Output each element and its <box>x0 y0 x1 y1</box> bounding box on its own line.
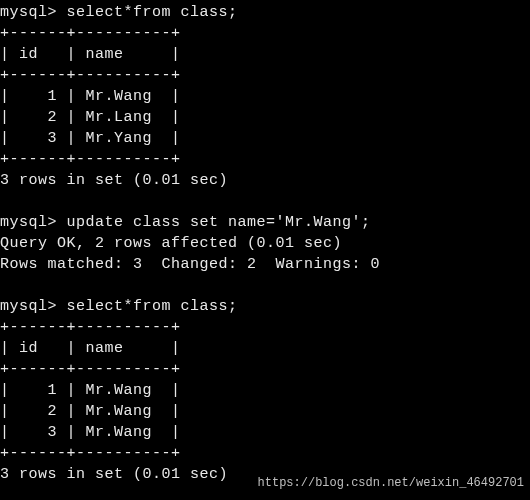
source-watermark: https://blog.csdn.net/weixin_46492701 <box>258 475 524 492</box>
mysql-terminal[interactable]: mysql> select*from class; +------+------… <box>0 2 530 485</box>
